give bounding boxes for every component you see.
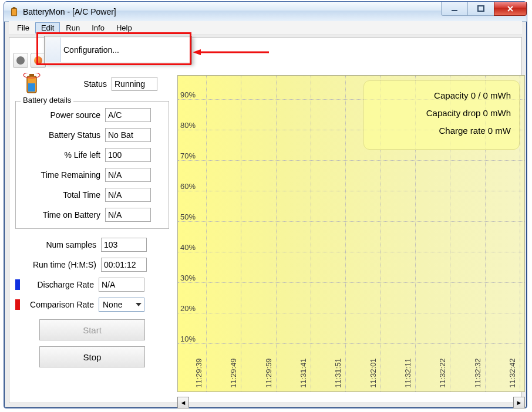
close-button[interactable] — [494, 2, 527, 16]
time-remaining-value: N/A — [105, 168, 151, 182]
battery-icon — [19, 73, 45, 96]
battery-status-label: Battery Status — [19, 130, 105, 140]
run-time-value: 00:01:12 — [101, 258, 147, 272]
x-tick-label: 11:29:49 — [229, 358, 238, 388]
time-remaining-label: Time Remaining — [19, 170, 105, 180]
menubar[interactable]: File Edit Run Info Help — [9, 21, 522, 35]
menu-file[interactable]: File — [11, 22, 35, 33]
svg-rect-5 — [29, 74, 34, 76]
menu-edit[interactable]: Edit — [35, 22, 60, 33]
toolbar-record-gray[interactable] — [13, 53, 28, 68]
discharge-rate-label: Discharge Rate — [22, 280, 99, 289]
x-tick-label: 11:31:51 — [334, 358, 342, 388]
num-samples-label: Num samples — [15, 240, 101, 249]
scroll-left-button[interactable]: ◄ — [177, 397, 189, 408]
start-button[interactable]: Start — [39, 319, 145, 340]
menu-run[interactable]: Run — [60, 22, 86, 33]
minimize-button[interactable] — [441, 2, 468, 16]
client-area: File Edit Run Info Help Status Running B… — [9, 37, 522, 403]
dropdown-gutter — [46, 38, 61, 62]
svg-rect-1 — [13, 7, 16, 8]
x-tick-label: 11:32:32 — [473, 358, 482, 388]
x-tick-label: 11:29:59 — [264, 358, 273, 388]
run-time-label: Run time (H:M:S) — [15, 260, 101, 269]
total-time-label: Total Time — [19, 190, 105, 200]
capacity-text: Capacity 0 / 0 mWh — [372, 87, 511, 104]
num-samples-value: 103 — [101, 238, 147, 252]
circle-icon — [16, 56, 25, 65]
chart-area: 90%80%70%60%50%40%30%20%10% 11:29:3911:2… — [177, 75, 525, 392]
comparison-marker-icon — [15, 299, 20, 310]
record-icon — [34, 56, 42, 65]
power-source-label: Power source — [19, 110, 105, 120]
window-title: BatteryMon - [A/C Power] — [23, 7, 116, 16]
menu-help[interactable]: Help — [110, 22, 138, 33]
edit-dropdown: Configuration... — [44, 36, 192, 64]
time-on-battery-value: N/A — [105, 208, 151, 222]
power-source-value: A/C — [105, 108, 151, 122]
app-window: BatteryMon - [A/C Power] File Edit Run I… — [4, 1, 527, 408]
comparison-rate-value: None — [103, 300, 122, 309]
app-icon — [9, 6, 19, 17]
x-tick-label: 11:32:11 — [403, 358, 412, 388]
chart-scrollbar[interactable]: ◄ ► — [177, 397, 525, 408]
status-value: Running — [112, 77, 157, 91]
capacity-overlay: Capacity 0 / 0 mWh Capacity drop 0 mWh C… — [363, 80, 520, 150]
discharge-marker-icon — [15, 279, 20, 290]
battery-details-group: Battery details Power sourceA/C Battery … — [15, 101, 169, 229]
charge-rate-text: Charge rate 0 mW — [372, 122, 511, 140]
menu-configuration[interactable]: Configuration... — [46, 38, 190, 62]
chevron-down-icon — [136, 303, 142, 306]
comparison-rate-label: Comparison Rate — [22, 300, 99, 309]
svg-rect-2 — [452, 10, 457, 11]
svg-rect-6 — [28, 83, 35, 92]
x-tick-label: 11:31:41 — [299, 358, 308, 388]
svg-rect-0 — [12, 8, 17, 15]
scroll-right-button[interactable]: ► — [513, 397, 525, 408]
x-tick-label: 11:32:42 — [508, 358, 517, 388]
menu-info[interactable]: Info — [86, 22, 110, 33]
details-legend: Battery details — [21, 96, 73, 104]
titlebar[interactable]: BatteryMon - [A/C Power] — [4, 2, 527, 22]
life-left-value: 100 — [105, 148, 151, 162]
x-tick-label: 11:29:39 — [194, 358, 203, 388]
comparison-rate-select[interactable]: None — [99, 298, 144, 312]
discharge-rate-value: N/A — [99, 278, 144, 292]
svg-rect-3 — [478, 6, 484, 11]
capacity-drop-text: Capacity drop 0 mWh — [372, 104, 511, 122]
x-tick-label: 11:32:22 — [438, 358, 447, 388]
stop-button[interactable]: Stop — [39, 346, 145, 367]
left-panel: Status Running Battery details Power sou… — [15, 73, 169, 367]
total-time-value: N/A — [105, 188, 151, 202]
maximize-button[interactable] — [467, 2, 494, 16]
time-on-battery-label: Time on Battery — [19, 210, 105, 219]
life-left-label: % Life left — [19, 150, 105, 160]
battery-status-value: No Bat — [105, 128, 151, 142]
x-tick-label: 11:32:01 — [369, 358, 378, 388]
